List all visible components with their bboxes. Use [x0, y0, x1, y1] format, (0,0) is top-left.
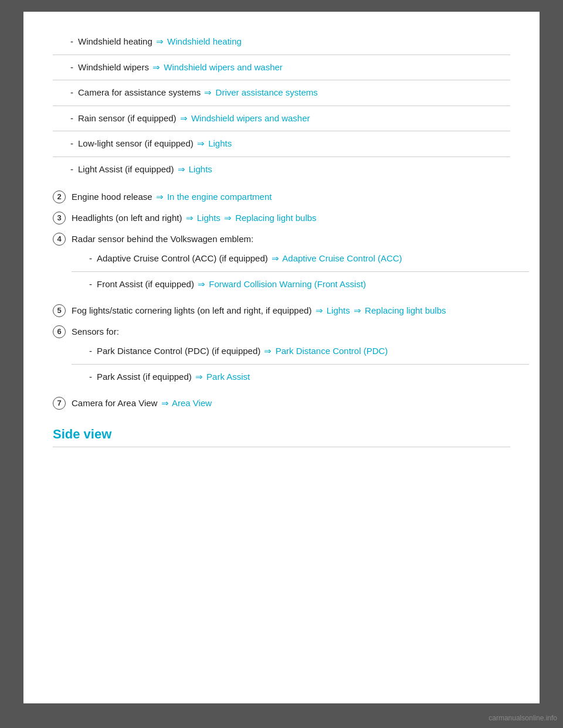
- arrow-icon: ⇒: [264, 346, 272, 356]
- arrow-icon: ⇒: [152, 62, 160, 72]
- item-link[interactable]: Windshield wipers and washer: [191, 113, 310, 123]
- numbered-item-7: 7 Camera for Area View ⇒ Area View: [53, 392, 510, 413]
- item-link[interactable]: Lights: [327, 305, 350, 315]
- arrow-icon: ⇒: [156, 36, 164, 46]
- item-text: Windshield heating ⇒ Windshield heating: [78, 35, 242, 49]
- item-text: Park Assist (if equipped) ⇒ Park Assist: [97, 370, 250, 384]
- item-link-2[interactable]: Replacing light bulbs: [235, 213, 316, 223]
- item-link-2[interactable]: Replacing light bulbs: [365, 305, 446, 315]
- list-item: - Adaptive Cruise Control (ACC) (if equi…: [72, 246, 529, 272]
- item-link[interactable]: Forward Collision Warning (Front Assist): [209, 279, 366, 289]
- arrow-icon: ⇒: [195, 372, 203, 382]
- circle-number: 3: [53, 212, 66, 224]
- dash: -: [70, 112, 73, 125]
- item-link[interactable]: In the engine compartment: [167, 192, 272, 202]
- dash: -: [89, 370, 92, 384]
- item-link[interactable]: Park Assist: [206, 372, 250, 382]
- arrow-icon: ⇒: [198, 279, 205, 289]
- arrow-icon: ⇒: [316, 305, 323, 315]
- numbered-item-3: 3 Headlights (on left and right) ⇒ Light…: [53, 206, 510, 227]
- item-link[interactable]: Windshield wipers and washer: [164, 62, 283, 72]
- arrow-icon: ⇒: [197, 138, 205, 148]
- dash: -: [70, 137, 73, 151]
- item-text: Fog lights/static cornering lights (on l…: [72, 304, 446, 318]
- numbered-item-2: 2 Engine hood release ⇒ In the engine co…: [53, 185, 510, 206]
- item-text: Camera for Area View ⇒ Area View: [72, 396, 212, 410]
- arrow-icon: ⇒: [178, 164, 185, 174]
- list-item: - Camera for assistance systems ⇒ Driver…: [53, 80, 510, 106]
- list-item: - Rain sensor (if equipped) ⇒ Windshield…: [53, 106, 510, 132]
- arrow-icon: ⇒: [186, 213, 194, 223]
- item-text: Headlights (on left and right) ⇒ Lights …: [72, 211, 317, 225]
- sub-list-6: - Park Distance Control (PDC) (if equipp…: [72, 339, 529, 389]
- item-link[interactable]: Adaptive Cruise Control (ACC): [282, 253, 402, 263]
- list-item: - Front Assist (if equipped) ⇒ Forward C…: [72, 272, 529, 297]
- arrow-icon: ⇒: [204, 87, 212, 97]
- dash: -: [89, 278, 92, 291]
- circle-number: 4: [53, 233, 66, 246]
- numbered-items-list: 2 Engine hood release ⇒ In the engine co…: [53, 185, 510, 413]
- circle-number: 2: [53, 190, 66, 203]
- item-text: Light Assist (if equipped) ⇒ Lights: [78, 163, 212, 176]
- arrow-icon: ⇒: [272, 253, 279, 263]
- item-text: Rain sensor (if equipped) ⇒ Windshield w…: [78, 112, 310, 125]
- circle-number: 5: [53, 304, 66, 317]
- list-item: - Low-light sensor (if equipped) ⇒ Light…: [53, 131, 510, 157]
- item-link[interactable]: Driver assistance systems: [216, 87, 318, 97]
- item-text: Adaptive Cruise Control (ACC) (if equipp…: [97, 252, 402, 266]
- arrow-icon: ⇒: [224, 213, 232, 223]
- list-item: - Light Assist (if equipped) ⇒ Lights: [53, 157, 510, 182]
- item-text: Sensors for:: [72, 325, 119, 339]
- dash: -: [70, 86, 73, 100]
- numbered-item-4: 4 Radar sensor behind the Volkswagen emb…: [53, 227, 510, 299]
- dash: -: [70, 61, 73, 74]
- list-item: - Windshield heating ⇒ Windshield heatin…: [53, 29, 510, 55]
- circle-number: 6: [53, 325, 66, 338]
- dash: -: [89, 345, 92, 358]
- item-link[interactable]: Lights: [208, 138, 232, 148]
- dash: -: [89, 252, 92, 266]
- item-link[interactable]: Windshield heating: [167, 36, 242, 46]
- dash: -: [70, 163, 73, 176]
- item-text: Camera for assistance systems ⇒ Driver a…: [78, 86, 318, 100]
- list-item: - Park Distance Control (PDC) (if equipp…: [72, 339, 529, 365]
- list-item: - Windshield wipers ⇒ Windshield wipers …: [53, 55, 510, 81]
- circle-number: 7: [53, 397, 66, 410]
- item-text: Park Distance Control (PDC) (if equipped…: [97, 345, 388, 358]
- arrow-icon: ⇒: [180, 113, 188, 123]
- item-text: Radar sensor behind the Volkswagen emble…: [72, 232, 253, 246]
- item-link[interactable]: Lights: [197, 213, 221, 223]
- numbered-item-6: 6 Sensors for: - Park Distance Control (…: [53, 320, 510, 392]
- dash: -: [70, 35, 73, 49]
- numbered-item-5: 5 Fog lights/static cornering lights (on…: [53, 299, 510, 320]
- item-link[interactable]: Park Distance Control (PDC): [276, 346, 388, 356]
- item-link[interactable]: Lights: [189, 164, 212, 174]
- sub-list-4: - Adaptive Cruise Control (ACC) (if equi…: [72, 246, 529, 297]
- arrow-icon: ⇒: [161, 398, 169, 408]
- watermark: carmanualsonline.info: [489, 714, 557, 722]
- arrow-icon: ⇒: [354, 305, 361, 315]
- list-item: - Park Assist (if equipped) ⇒ Park Assis…: [72, 365, 529, 390]
- page-container: - Windshield heating ⇒ Windshield heatin…: [23, 12, 540, 703]
- sub-items-list: - Windshield heating ⇒ Windshield heatin…: [53, 29, 510, 182]
- arrow-icon: ⇒: [156, 192, 164, 202]
- item-text: Front Assist (if equipped) ⇒ Forward Col…: [97, 278, 366, 291]
- item-link[interactable]: Area View: [172, 398, 212, 408]
- item-text: Windshield wipers ⇒ Windshield wipers an…: [78, 61, 283, 74]
- section-title: Side view: [53, 427, 510, 447]
- item-text: Low-light sensor (if equipped) ⇒ Lights: [78, 137, 232, 151]
- item-text: Engine hood release ⇒ In the engine comp…: [72, 190, 272, 204]
